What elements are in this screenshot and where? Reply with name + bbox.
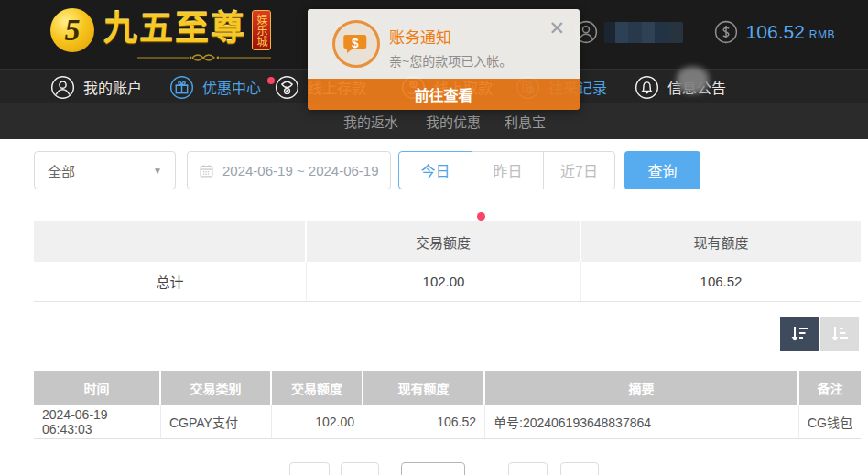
account-area: 106.52 RMB [574,20,835,44]
col-header-trade-amount: 交易额度 [272,371,363,405]
summary-header-current-amount: 现有额度 [581,221,861,262]
filter-bar: 全部 ▼ 2024-06-19 ~ 2024-06-19 今日 昨日 近7日 查… [0,149,868,189]
date-range-input[interactable]: 2024-06-19 ~ 2024-06-19 [187,151,391,189]
chevron-down-icon: ▼ [153,166,162,176]
close-icon[interactable]: ✕ [548,18,565,38]
quick-date-group: 今日 昨日 近7日 [398,151,615,189]
notification-popup: $ 账务通知 亲~您的款项已入帐。 ✕ 前往查看 [308,9,580,110]
summary-table: 交易额度 现有额度 总计 102.00 106.52 [34,221,861,302]
nav-item-my-account[interactable]: 我的账户 [50,70,142,104]
money-message-icon: $ [332,20,380,68]
dollar-icon [714,20,738,44]
nav-item-promotions[interactable]: 优惠中心 [169,70,261,104]
subnav-label: 利息宝 [505,112,546,131]
account-records-page: 5 九五至尊 娱乐城 106.52 RMB [0,0,868,475]
cell-trade-amount: 102.00 [272,405,363,438]
subnav-label: 我的返水 [343,112,398,131]
pagination-prev-button[interactable] [341,462,379,475]
balance-display[interactable]: 106.52 RMB [746,21,835,43]
svg-text:$: $ [352,37,359,50]
quick-last7days-button[interactable]: 近7日 [543,151,615,189]
go-view-button[interactable]: 前往查看 [308,79,580,110]
logo-badge: 娱乐城 [252,10,271,50]
type-select-value: 全部 [48,161,75,180]
nav-label: 我的账户 [83,76,142,98]
summary-total-label: 总计 [34,262,307,301]
col-header-current-amount: 现有额度 [363,371,485,405]
quick-yesterday-button[interactable]: 昨日 [472,151,544,189]
notification-message: 亲~您的款项已入帐。 [389,51,512,70]
summary-total-row: 总计 102.00 106.52 [34,262,861,302]
cell-note: CG钱包 [799,405,861,438]
summary-header-trade-amount: 交易额度 [307,221,581,262]
sort-descending-icon [788,323,810,345]
transactions-table: 时间 交易类别 交易额度 现有额度 摘要 备注 2024-06-19 06:43… [34,371,861,439]
summary-trade-amount: 102.00 [307,262,581,301]
col-header-summary: 摘要 [485,371,799,405]
calendar-icon [199,163,214,178]
pagination-current-page[interactable] [401,462,465,475]
pagination-first-button[interactable] [289,462,330,475]
sort-controls [780,317,859,351]
balance-currency: RMB [809,28,835,41]
my-offers-notification-dot [477,212,485,221]
subnav-label: 我的优惠 [426,112,481,131]
pagination-last-button[interactable] [560,462,599,475]
announcements-redaction-blur [677,67,709,93]
transactions-header-row: 时间 交易类别 交易额度 现有额度 摘要 备注 [34,371,861,405]
balance-amount: 106.52 [746,21,805,43]
type-select[interactable]: 全部 ▼ [34,151,176,189]
brand-logo[interactable]: 5 九五至尊 娱乐城 [50,8,271,52]
sort-ascending-icon [829,323,851,345]
summary-current-amount: 106.52 [581,262,861,301]
deposit-icon [275,75,299,100]
col-header-type: 交易类别 [161,371,272,405]
gift-icon [169,75,194,100]
bell-icon [635,75,659,100]
col-header-note: 备注 [799,371,861,405]
username-redacted[interactable] [604,22,683,43]
pagination-next-button[interactable] [508,462,548,475]
table-row: 2024-06-19 06:43:03 CGPAY支付 102.00 106.5… [34,405,861,439]
sort-descending-button[interactable] [780,317,819,351]
pagination [0,462,868,475]
cell-type: CGPAY支付 [161,405,272,438]
cell-time: 2024-06-19 06:43:03 [34,405,161,438]
search-button[interactable]: 查询 [624,151,700,189]
quick-today-button[interactable]: 今日 [398,151,472,189]
logo-title: 九五至尊 [103,8,246,50]
logo-emblem-icon: 5 [50,8,94,52]
nav-label: 优惠中心 [202,76,261,98]
notification-body: $ 账务通知 亲~您的款项已入帐。 ✕ [308,9,580,79]
sort-ascending-button[interactable] [820,317,859,351]
summary-header-blank [34,221,307,262]
date-range-value: 2024-06-19 ~ 2024-06-19 [222,163,379,178]
logo-flourish-icon [136,52,273,63]
notification-title: 账务通知 [389,25,451,48]
cell-current-amount: 106.52 [363,405,485,438]
promotions-notification-dot [267,77,275,84]
col-header-time: 时间 [34,371,161,405]
cell-summary: 单号:202406193648837864 [485,405,799,438]
account-icon [50,75,75,100]
summary-header-row: 交易额度 现有额度 [34,221,861,262]
